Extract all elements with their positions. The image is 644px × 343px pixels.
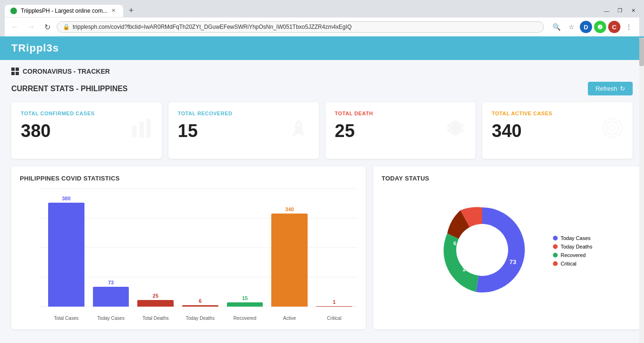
svg-point-17 — [610, 125, 615, 131]
donut-chart-card: TODAY STATUS — [373, 166, 640, 329]
bars-container: 38073256153401 — [43, 189, 357, 307]
refresh-icon: ↻ — [620, 85, 625, 92]
rocket-icon — [287, 116, 310, 145]
new-tab-button[interactable]: + — [125, 4, 138, 17]
label-73: 73 — [510, 258, 516, 266]
label-6: 6 — [453, 240, 456, 246]
app-logo: TRippl3s — [11, 42, 633, 54]
bar-value-5: 340 — [285, 206, 294, 212]
menu-icon[interactable]: ⋮ — [622, 20, 636, 34]
layers-icon — [443, 116, 467, 145]
x-label-5: Active — [271, 316, 308, 321]
svg-rect-8 — [146, 119, 151, 137]
svg-text:✓: ✓ — [599, 26, 602, 30]
svg-rect-6 — [132, 126, 137, 137]
bookmark-icon[interactable]: ☆ — [565, 20, 578, 34]
legend-label-recovered: Recovered — [560, 252, 585, 258]
breadcrumb: CORONAVIRUS - TRACKER — [11, 68, 633, 75]
browser-chrome: TriipplesPH - Largest online com... ✕ + … — [0, 0, 644, 36]
tab-close-button[interactable]: ✕ — [111, 8, 116, 14]
browser-tabs: TriipplesPH - Largest online com... ✕ + … — [5, 4, 639, 17]
donut-area: 73 15 6 Today Cases Today Deaths — [382, 189, 632, 313]
section-header: CURRENT STATS - PHILIPPINES Refresh ↻ — [11, 82, 633, 95]
x-label-4: Recovered — [227, 316, 263, 321]
bar-5 — [271, 214, 308, 307]
forward-button[interactable]: → — [25, 20, 38, 34]
window-controls: — ❐ ✕ — [601, 6, 639, 16]
legend-label-critical: Critical — [560, 261, 577, 266]
url-text: tripplesph.com/covid?fbclid=IwAR0RMdFqTh… — [73, 24, 538, 30]
restore-button[interactable]: ❐ — [614, 6, 626, 16]
profile-c-avatar[interactable]: C — [608, 21, 620, 33]
bar-value-0: 380 — [62, 196, 70, 201]
label-15: 15 — [462, 266, 469, 273]
extension-icon[interactable]: ✓ — [594, 21, 606, 33]
reload-button[interactable]: ↻ — [41, 20, 54, 34]
stats-grid: TOTAL CONFIRMED CASES 380 TOTAL RECOVERE… — [11, 102, 633, 159]
section-title: CURRENT STATS - PHILIPPINES — [11, 85, 128, 93]
charts-section: PHILIPPINES COVID STATISTICS 38073256153… — [11, 166, 633, 329]
active-label: TOTAL ACTIVE CASES — [492, 111, 623, 116]
legend-item-today-deaths: Today Deaths — [553, 244, 592, 249]
bar-chart-icon — [130, 116, 153, 145]
svg-rect-7 — [139, 122, 144, 137]
legend-item-today-cases: Today Cases — [553, 235, 592, 241]
bar-chart-card: PHILIPPINES COVID STATISTICS 38073256153… — [11, 166, 366, 329]
bar-group-critical: 1 — [316, 299, 352, 307]
x-label-2: Total Deaths — [137, 316, 174, 321]
svg-point-9 — [295, 120, 302, 133]
legend-item-recovered: Recovered — [553, 252, 592, 258]
app-header: TRippl3s — [0, 36, 644, 60]
browser-tab-active[interactable]: TriipplesPH - Largest online com... ✕ — [5, 5, 123, 17]
bar-group-today-cases: 73 — [93, 280, 129, 307]
legend-dot-today-cases — [553, 236, 558, 240]
death-label: TOTAL DEATH — [335, 111, 467, 116]
stat-card-recovered: TOTAL RECOVERED 15 — [168, 102, 319, 159]
refresh-button[interactable]: Refresh ↻ — [588, 82, 633, 95]
close-button[interactable]: ✕ — [627, 6, 639, 16]
address-bar[interactable]: 🔒 tripplesph.com/covid?fbclid=IwAR0RMdFq… — [57, 21, 544, 33]
legend: Today Cases Today Deaths Recovered Criti… — [553, 235, 592, 266]
scrollbar[interactable] — [639, 38, 644, 337]
recovered-label: TOTAL RECOVERED — [178, 111, 309, 116]
bar-value-6: 1 — [333, 299, 335, 305]
x-label-3: Today Deaths — [182, 316, 218, 321]
breadcrumb-label: CORONAVIRUS - TRACKER — [23, 68, 110, 75]
bar-0 — [48, 203, 84, 307]
x-label-1: Today Cases — [93, 316, 129, 321]
bar-value-4: 15 — [242, 295, 248, 301]
back-button[interactable]: ← — [8, 20, 22, 34]
scrollbar-thumb[interactable] — [639, 38, 644, 66]
bar-1 — [93, 287, 129, 307]
bar-value-3: 6 — [199, 298, 201, 304]
legend-dot-recovered — [553, 253, 558, 257]
bar-chart-title: PHILIPPINES COVID STATISTICS — [20, 175, 357, 182]
legend-dot-critical — [553, 261, 558, 266]
bar-chart-area: 38073256153401 Total CasesToday CasesTot… — [20, 189, 357, 321]
svg-rect-4 — [11, 72, 15, 75]
x-label-0: Total Cases — [48, 316, 84, 321]
donut-svg-wrap: 73 15 6 — [421, 189, 544, 313]
refresh-label: Refresh — [595, 85, 617, 92]
svg-rect-2 — [11, 68, 15, 71]
stat-card-active: TOTAL ACTIVE CASES 340 — [482, 102, 633, 159]
bar-3 — [182, 305, 218, 307]
search-icon[interactable]: 🔍 — [550, 20, 563, 34]
legend-item-critical: Critical — [553, 261, 592, 266]
target-icon — [601, 116, 624, 145]
bar-group-recovered: 15 — [227, 295, 263, 307]
donut-svg: 73 15 6 — [421, 189, 544, 311]
svg-rect-5 — [16, 72, 19, 75]
grid-icon — [11, 68, 19, 75]
x-label-6: Critical — [316, 316, 352, 321]
minimize-button[interactable]: — — [601, 6, 613, 16]
browser-controls: ← → ↻ 🔒 tripplesph.com/covid?fbclid=IwAR… — [5, 17, 639, 36]
bar-value-1: 73 — [108, 280, 114, 285]
donut-chart-title: TODAY STATUS — [382, 175, 632, 182]
profile-d-avatar[interactable]: D — [580, 21, 592, 33]
browser-actions: 🔍 ☆ D ✓ C ⋮ — [550, 20, 636, 34]
bar-2 — [137, 300, 174, 307]
svg-rect-3 — [16, 68, 19, 71]
confirmed-label: TOTAL CONFIRMED CASES — [21, 111, 152, 116]
tab-title: TriipplesPH - Largest online com... — [21, 8, 108, 14]
